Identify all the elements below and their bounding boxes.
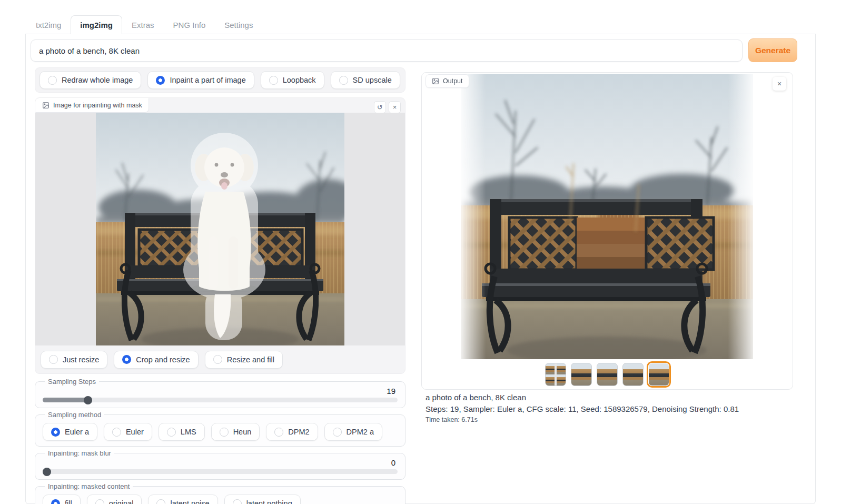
prompt-input[interactable] bbox=[31, 39, 743, 62]
radio-icon bbox=[274, 428, 283, 437]
tab-extras[interactable]: Extras bbox=[122, 15, 164, 34]
masked-content-option-label: latent noise bbox=[170, 499, 209, 504]
resize-option-just-resize[interactable]: Just resize bbox=[41, 351, 107, 369]
mask-blur-label: Inpainting: mask blur bbox=[45, 449, 114, 457]
masked-content-option-latent-noise[interactable]: latent noise bbox=[148, 495, 217, 504]
mode-option-label: SD upscale bbox=[353, 76, 392, 84]
sampler-option-label: Euler a bbox=[65, 428, 89, 436]
sampling-method-label: Sampling method bbox=[45, 411, 104, 419]
mode-option-redraw-whole-image[interactable]: Redraw whole image bbox=[39, 71, 141, 89]
slider-fill bbox=[43, 398, 88, 402]
sampler-option-label: LMS bbox=[181, 428, 196, 436]
sampling-steps-value: 19 bbox=[43, 387, 398, 396]
sampler-option-label: Euler bbox=[126, 428, 144, 436]
thumbnail-4-selected[interactable] bbox=[648, 363, 669, 386]
output-image bbox=[461, 74, 753, 359]
sampler-option-lms[interactable]: LMS bbox=[159, 423, 205, 441]
radio-icon bbox=[333, 428, 342, 437]
resize-option-label: Resize and fill bbox=[227, 355, 274, 364]
resize-option-resize-and-fill[interactable]: Resize and fill bbox=[205, 351, 283, 369]
generation-time-text: Time taken: 6.71s bbox=[426, 416, 794, 423]
masked-content-option-label: latent nothing bbox=[246, 499, 292, 504]
resize-option-label: Crop and resize bbox=[136, 355, 190, 364]
mode-option-label: Inpaint a part of image bbox=[170, 76, 245, 84]
output-panel-header: Output bbox=[426, 74, 469, 88]
radio-icon bbox=[95, 499, 104, 504]
masked-content-label: Inpainting: masked content bbox=[45, 482, 133, 490]
radio-selected-icon bbox=[156, 76, 165, 85]
output-panel: Output × bbox=[421, 72, 793, 390]
mode-option-label: Loopback bbox=[283, 76, 316, 84]
resize-mode-group: Just resize Crop and resize Resize and f… bbox=[35, 345, 405, 373]
tab-bar: txt2img img2img Extras PNG Info Settings bbox=[26, 15, 262, 34]
sampling-steps-label: Sampling Steps bbox=[45, 378, 99, 386]
sampler-option-euler-a[interactable]: Euler a bbox=[43, 423, 97, 441]
tab-png-info[interactable]: PNG Info bbox=[164, 15, 215, 34]
slider-handle[interactable] bbox=[84, 396, 92, 404]
slider-handle[interactable] bbox=[43, 468, 51, 476]
image-icon bbox=[42, 102, 50, 109]
masked-content-group: Inpainting: masked content fill original… bbox=[35, 482, 405, 504]
sampler-option-dpm2-a[interactable]: DPM2 a bbox=[324, 423, 382, 441]
thumbnail-2[interactable] bbox=[597, 363, 618, 386]
radio-icon bbox=[269, 76, 278, 85]
inpaint-canvas-image[interactable] bbox=[96, 113, 344, 345]
img2img-settings-column: Redraw whole image Inpaint a part of ima… bbox=[35, 67, 405, 504]
sampler-option-euler[interactable]: Euler bbox=[104, 423, 152, 441]
inpaint-image-panel: Image for inpainting with mask ↺ × bbox=[35, 97, 405, 374]
masked-content-option-latent-nothing[interactable]: latent nothing bbox=[224, 495, 301, 504]
generation-info: a photo of a bench, 8K clean Steps: 19, … bbox=[426, 393, 794, 423]
inpaint-image-panel-header: Image for inpainting with mask bbox=[35, 98, 149, 113]
mask-blur-slider[interactable] bbox=[43, 469, 398, 474]
tab-img2img[interactable]: img2img bbox=[71, 15, 122, 34]
thumbnail-1[interactable] bbox=[571, 363, 592, 386]
radio-icon bbox=[112, 428, 121, 437]
thumbnail-grid[interactable] bbox=[545, 363, 566, 386]
tab-settings[interactable]: Settings bbox=[215, 15, 262, 34]
mode-option-label: Redraw whole image bbox=[62, 76, 133, 84]
radio-icon bbox=[49, 355, 58, 364]
output-image-wrap bbox=[461, 74, 753, 359]
sampler-option-heun[interactable]: Heun bbox=[211, 423, 260, 441]
inpaint-image-tools: ↺ × bbox=[374, 101, 401, 113]
sampling-steps-group: Sampling Steps 19 bbox=[35, 378, 405, 408]
sd-webui-app: txt2img img2img Extras PNG Info Settings… bbox=[0, 0, 841, 504]
generation-params-text: Steps: 19, Sampler: Euler a, CFG scale: … bbox=[426, 404, 794, 413]
sampler-option-label: DPM2 bbox=[288, 428, 309, 436]
img2img-mode-group: Redraw whole image Inpaint a part of ima… bbox=[35, 67, 405, 93]
radio-selected-icon bbox=[122, 355, 131, 364]
sampler-option-label: DPM2 a bbox=[347, 428, 374, 436]
radio-selected-icon bbox=[51, 499, 60, 504]
masked-content-options: fill original latent noise latent nothin… bbox=[43, 495, 398, 504]
sampling-method-options: Euler a Euler LMS Heun DPM2 bbox=[43, 423, 398, 441]
mask-blur-group: Inpainting: mask blur 0 bbox=[35, 449, 405, 480]
radio-icon bbox=[213, 355, 222, 364]
radio-selected-icon bbox=[51, 428, 60, 437]
masked-content-option-label: fill bbox=[65, 499, 72, 504]
mask-blur-value: 0 bbox=[43, 458, 398, 467]
radio-icon bbox=[220, 428, 229, 437]
mode-option-sd-upscale[interactable]: SD upscale bbox=[331, 71, 400, 89]
radio-icon bbox=[156, 499, 165, 504]
image-icon bbox=[432, 77, 439, 85]
masked-content-option-fill[interactable]: fill bbox=[43, 495, 81, 504]
tab-txt2img[interactable]: txt2img bbox=[26, 15, 71, 34]
sampling-method-group: Sampling method Euler a Euler LMS Heun bbox=[35, 411, 405, 447]
sampler-option-dpm2[interactable]: DPM2 bbox=[266, 423, 318, 441]
mode-option-inpaint-part[interactable]: Inpaint a part of image bbox=[147, 71, 254, 89]
sampling-steps-slider[interactable] bbox=[43, 398, 398, 402]
close-icon[interactable]: × bbox=[389, 101, 401, 113]
output-label: Output bbox=[443, 77, 463, 85]
generate-button[interactable]: Generate bbox=[748, 38, 797, 62]
close-icon[interactable]: × bbox=[773, 77, 786, 91]
mode-option-loopback[interactable]: Loopback bbox=[261, 71, 324, 89]
inpaint-canvas-area bbox=[35, 113, 405, 345]
masked-content-option-original[interactable]: original bbox=[87, 495, 142, 504]
resize-option-crop-and-resize[interactable]: Crop and resize bbox=[114, 351, 198, 369]
undo-icon[interactable]: ↺ bbox=[374, 101, 386, 113]
generation-prompt-text: a photo of a bench, 8K clean bbox=[426, 393, 794, 402]
thumbnail-3[interactable] bbox=[622, 363, 644, 386]
radio-icon bbox=[48, 76, 57, 85]
radio-icon bbox=[167, 428, 176, 437]
output-thumbnail-row bbox=[545, 363, 669, 386]
